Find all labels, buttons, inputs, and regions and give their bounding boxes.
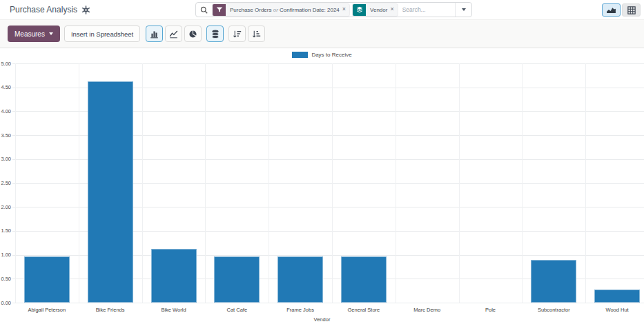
plot-area: Vendor 0.000.501.001.502.002.503.003.504… (0, 48, 644, 324)
search-bar[interactable]: Purchase Orders or Confirmation Date: 20… (195, 2, 472, 17)
x-axis-label: Cat Cafe (205, 307, 269, 313)
x-axis-label: Bike Friends (79, 307, 142, 313)
groupby-facet[interactable]: Vendor × (352, 3, 398, 17)
filter-facet-label: Purchase Orders or Confirmation Date: 20… (226, 7, 342, 13)
v-gridline (15, 63, 16, 303)
view-switcher (602, 3, 641, 17)
v-gridline (396, 63, 396, 303)
graph-view-button[interactable] (602, 3, 621, 17)
insert-in-spreadsheet-button[interactable]: Insert in Spreadsheet (64, 26, 140, 42)
gear-icon[interactable] (81, 6, 90, 14)
groupby-facet-remove-icon[interactable]: × (390, 6, 397, 13)
x-axis-label: Pole (459, 307, 523, 313)
stacked-icon (211, 30, 219, 39)
bar[interactable] (277, 256, 323, 303)
x-axis-label: General Store (332, 307, 396, 313)
v-gridline (269, 63, 269, 303)
bar[interactable] (24, 256, 70, 303)
v-gridline (585, 63, 586, 303)
stacked-toggle-button[interactable] (206, 26, 224, 42)
h-gridline (12, 63, 644, 64)
search-icon (200, 6, 208, 14)
pivot-view-icon (627, 6, 636, 14)
purchase-analysis-page: { "header": { "title": "Purchase Analysi… (0, 0, 644, 324)
x-axis-title: Vendor (0, 316, 644, 323)
bar[interactable] (151, 249, 197, 303)
groupby-facet-label: Vendor (366, 7, 390, 13)
breadcrumb: Purchase Analysis (10, 0, 90, 19)
bar[interactable] (341, 256, 387, 303)
filter-facet-remove-icon[interactable]: × (342, 6, 349, 13)
y-axis-tick: 0.00 (0, 300, 11, 306)
bar[interactable] (214, 256, 260, 303)
header: Purchase Analysis (0, 0, 644, 19)
layers-icon (353, 4, 366, 16)
v-gridline (142, 63, 143, 303)
bar[interactable] (531, 260, 576, 303)
v-gridline (459, 63, 460, 303)
v-gridline (522, 63, 523, 303)
y-axis-tick: 1.00 (0, 252, 11, 258)
bar-chart-icon (150, 30, 159, 39)
sort-descending-button[interactable] (228, 26, 246, 42)
bar-chart-button[interactable] (146, 26, 163, 42)
sort-ascending-icon (252, 30, 261, 39)
search-input[interactable] (398, 6, 455, 13)
control-toolbar: Measures Insert in Spreadsheet (0, 19, 644, 48)
chart-type-buttons (146, 26, 265, 42)
y-axis-tick: 4.50 (0, 84, 11, 90)
y-axis-tick: 4.00 (0, 108, 11, 114)
x-axis-label: Frame Jobs (269, 307, 332, 313)
y-axis-tick: 3.00 (0, 156, 11, 162)
filter-icon (213, 4, 226, 16)
sort-descending-icon (233, 30, 242, 39)
chevron-down-icon (49, 32, 53, 35)
graph-view-icon (606, 6, 616, 14)
x-axis-label: Bike World (142, 307, 206, 313)
y-axis-tick: 2.50 (0, 180, 11, 186)
y-axis-tick: 0.50 (0, 276, 11, 282)
pie-chart-icon (188, 30, 197, 39)
x-axis-label: Marc Demo (396, 307, 459, 313)
x-axis-label: Wood Hut (585, 307, 644, 313)
sort-ascending-button[interactable] (248, 26, 265, 42)
bar[interactable] (594, 290, 640, 303)
v-gridline (79, 63, 79, 303)
line-chart-icon (169, 30, 178, 39)
y-axis-tick: 5.00 (0, 61, 11, 67)
y-axis-tick: 1.50 (0, 227, 11, 234)
chevron-down-icon (462, 8, 466, 11)
x-axis-label: Abigail Peterson (15, 307, 79, 313)
pivot-view-button[interactable] (622, 3, 641, 17)
y-axis-tick: 2.00 (0, 204, 11, 210)
bar[interactable] (88, 81, 133, 303)
h-gridline (12, 303, 644, 303)
y-axis-tick: 3.50 (0, 132, 11, 139)
chart: Days to Receive Vendor 0.000.501.001.502… (0, 48, 644, 324)
search-dropdown-toggle[interactable] (455, 3, 471, 17)
measures-button[interactable]: Measures (8, 26, 60, 42)
pie-chart-button[interactable] (184, 26, 202, 42)
v-gridline (205, 63, 206, 303)
page-title: Purchase Analysis (10, 5, 77, 14)
line-chart-button[interactable] (165, 26, 182, 42)
x-axis-label: Subcontractor (522, 307, 585, 313)
v-gridline (332, 63, 333, 303)
filter-facet[interactable]: Purchase Orders or Confirmation Date: 20… (212, 3, 350, 17)
